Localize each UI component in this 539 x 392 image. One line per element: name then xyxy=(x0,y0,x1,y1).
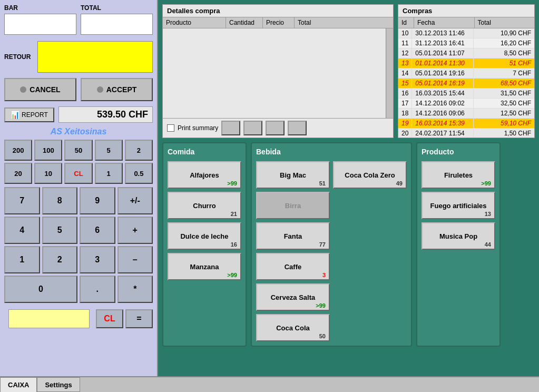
denom-btn-200[interactable]: 200 xyxy=(4,140,32,161)
compras-table-body[interactable]: 10 30.12.2013 11:46 10,90 CHF 11 31.12.2… xyxy=(398,28,534,138)
print-btn-4[interactable] xyxy=(288,121,307,135)
numpad-key-5[interactable]: 5 xyxy=(42,217,78,244)
bebida-btn-fanta[interactable]: Fanta77 xyxy=(256,222,330,250)
compras-row[interactable]: 18 14.12.2016 09:06 12,50 CHF xyxy=(398,109,534,119)
print-btn-2[interactable] xyxy=(243,121,262,135)
th-cantidad: Cantidad xyxy=(226,17,263,28)
denom-btn-20[interactable]: 20 xyxy=(4,163,32,184)
total-input[interactable] xyxy=(81,14,153,35)
equals-button[interactable]: = xyxy=(125,309,153,328)
tab-caixa[interactable]: CAIXA xyxy=(0,377,37,392)
compras-cell-total: 16,20 CHF xyxy=(474,38,534,48)
print-btn-1[interactable] xyxy=(221,121,240,135)
producto-btn-firuletes[interactable]: Firuletes>99 xyxy=(422,161,495,189)
main-content: Detalles compra Producto Cantidad Precio… xyxy=(158,0,539,376)
numpad-key-–[interactable]: – xyxy=(117,246,153,273)
compras-panel: Compras Id Fecha Total 10 30.12.2013 11:… xyxy=(398,4,535,138)
numpad-key-7[interactable]: 7 xyxy=(4,187,40,214)
detalles-table-body[interactable] xyxy=(163,28,393,118)
producto-btn-fuego-artificiales[interactable]: Fuego artificiales13 xyxy=(422,192,495,219)
bar-label: BAR xyxy=(4,4,76,12)
denom-btn-5[interactable]: 5 xyxy=(95,140,123,161)
numpad-key-1[interactable]: 1 xyxy=(4,246,40,273)
numpad-key-+-[interactable]: +/- xyxy=(117,187,153,214)
compras-cell-fecha: 05.01.2014 19:16 xyxy=(412,68,473,78)
denom-btn-100[interactable]: 100 xyxy=(34,140,62,161)
bebida-items: Big Mac51Coca Cola Zero49BirraFanta77Caf… xyxy=(256,161,407,341)
denom-btn-2[interactable]: 2 xyxy=(125,140,153,161)
compras-row[interactable]: 14 05.01.2014 19:16 7 CHF xyxy=(398,68,534,79)
comida-btn-alfajores[interactable]: Alfajores>99 xyxy=(168,161,241,189)
denom-btn-0.5[interactable]: 0.5 xyxy=(125,163,153,184)
bebida-btn-birra[interactable]: Birra xyxy=(256,192,330,219)
compras-row[interactable]: 10 30.12.2013 11:46 10,90 CHF xyxy=(398,28,534,38)
compras-cell-id: 12 xyxy=(398,48,412,58)
denom-btn-10[interactable]: 10 xyxy=(34,163,62,184)
compras-cell-id: 19 xyxy=(398,119,412,128)
numpad-key-.[interactable]: . xyxy=(80,276,115,303)
compras-cell-fecha: 14.12.2016 09:02 xyxy=(412,99,473,108)
compras-cell-id: 17 xyxy=(398,99,412,108)
bebida-btn-big-mac[interactable]: Big Mac51 xyxy=(256,161,330,189)
numpad-key-0[interactable]: 0 xyxy=(4,276,77,303)
numpad-key-3[interactable]: 3 xyxy=(80,246,115,273)
numpad-key-4[interactable]: 4 xyxy=(4,217,40,244)
compras-row[interactable]: 11 31.12.2013 16:41 16,20 CHF xyxy=(398,38,534,48)
retour-input[interactable] xyxy=(37,41,153,73)
numpad-key-6[interactable]: 6 xyxy=(80,217,115,244)
compras-cell-fecha: 01.01.2014 11:30 xyxy=(412,58,473,68)
compras-cell-id: 15 xyxy=(398,79,412,88)
denom-btn-1[interactable]: 1 xyxy=(95,163,123,184)
compras-cell-id: 10 xyxy=(398,28,412,38)
numpad-key-+[interactable]: + xyxy=(117,217,153,244)
denom-btn-50[interactable]: 50 xyxy=(64,140,92,161)
producto-btn-musica-pop[interactable]: Musica Pop44 xyxy=(422,222,495,250)
bar-section: BAR xyxy=(4,4,76,35)
detalles-table-header: Producto Cantidad Precio Total xyxy=(163,17,393,28)
cancel-accept-row: CANCEL ACCEPT xyxy=(0,75,157,104)
bottom-row: Comida Alfajores>99Churro21Dulce de lech… xyxy=(158,142,539,351)
compras-row[interactable]: 13 01.01.2014 11:30 51 CHF xyxy=(398,58,534,68)
compras-cell-total: 7 CHF xyxy=(474,68,534,78)
comida-btn-churro[interactable]: Churro21 xyxy=(168,192,241,219)
cl-button[interactable]: CL xyxy=(96,309,123,328)
print-summary-checkbox[interactable] xyxy=(167,124,174,132)
th-precio: Precio xyxy=(263,17,295,28)
numpad-key-9[interactable]: 9 xyxy=(80,187,115,214)
comida-btn-manzana[interactable]: Manzana>99 xyxy=(168,253,241,280)
comida-btn-dulce-de-leche[interactable]: Dulce de leche16 xyxy=(168,222,241,250)
bar-input[interactable] xyxy=(4,14,76,35)
detalles-title: Detalles compra xyxy=(163,5,393,17)
compras-row[interactable]: 16 16.03.2015 15:44 31,50 CHF xyxy=(398,89,534,99)
bebida-btn-caffe[interactable]: Caffe3 xyxy=(256,253,330,280)
bebida-btn-coca-cola-zero[interactable]: Coca Cola Zero49 xyxy=(333,161,407,189)
detalles-scrollbar[interactable] xyxy=(386,28,393,118)
producto-items: Firuletes>99Fuego artificiales13Musica P… xyxy=(422,161,495,250)
compras-cell-fecha: 16.03.2015 15:44 xyxy=(412,89,473,98)
compras-table-header: Id Fecha Total xyxy=(398,17,534,28)
compras-row[interactable]: 19 16.03.2014 15:39 59,10 CHF xyxy=(398,119,534,129)
cancel-button[interactable]: CANCEL xyxy=(4,78,76,101)
bebida-btn-cerveza-salta[interactable]: Cerveza Salta>99 xyxy=(256,283,330,311)
compras-cell-total: 8,50 CHF xyxy=(474,48,534,58)
tab-settings[interactable]: Settings xyxy=(37,377,80,392)
compras-row[interactable]: 12 05.01.2014 11:07 8,50 CHF xyxy=(398,48,534,58)
comida-items: Alfajores>99Churro21Dulce de leche16Manz… xyxy=(168,161,241,280)
compras-row[interactable]: 15 05.01.2014 16:19 68,50 CHF xyxy=(398,79,534,89)
denomination-row-1: 2001005052 xyxy=(0,139,157,162)
denom-btn-CL[interactable]: CL xyxy=(64,163,92,184)
numpad-key-2[interactable]: 2 xyxy=(42,246,78,273)
compras-cell-fecha: 05.01.2014 11:07 xyxy=(412,48,473,58)
total-display: 539.50 CHF xyxy=(58,106,153,123)
report-button[interactable]: 📊 REPORT xyxy=(4,107,54,122)
numpad-display xyxy=(8,309,90,328)
accept-button[interactable]: ACCEPT xyxy=(81,78,153,101)
numpad-key-8[interactable]: 8 xyxy=(42,187,78,214)
print-btn-3[interactable] xyxy=(266,121,285,135)
compras-cell-fecha: 16.03.2014 15:39 xyxy=(412,119,473,128)
compras-row[interactable]: 20 24.02.2017 11:54 1,50 CHF xyxy=(398,129,534,138)
bebida-btn-coca-cola[interactable]: Coca Cola50 xyxy=(256,314,330,341)
numpad-key-*[interactable]: * xyxy=(117,276,153,303)
report-row: 📊 REPORT 539.50 CHF xyxy=(0,104,157,125)
compras-row[interactable]: 17 14.12.2016 09:02 32,50 CHF xyxy=(398,99,534,109)
